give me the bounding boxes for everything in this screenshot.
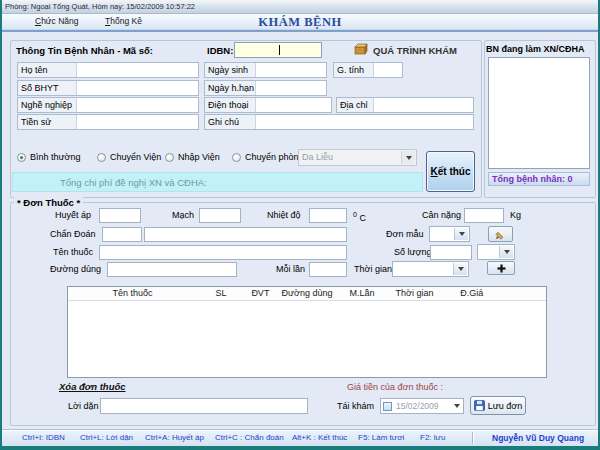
exam-history-icon[interactable] [354,43,368,56]
prescription-price-label: Giá tiền của đơn thuốc : [347,382,443,392]
dien-thoai-input[interactable] [255,98,331,112]
delete-prescription-link[interactable]: Xóa đơn thuốc [59,381,126,392]
window-titlebar[interactable]: Phòng: Ngoại Tổng Quát, Hôm nay: 15/02/2… [2,0,598,14]
window-title: Phòng: Ngoại Tổng Quát, Hôm nay: 15/02/2… [2,2,195,11]
col-ten-thuoc: Tên thuốc [68,287,197,300]
ho-ten-input[interactable] [76,63,198,77]
radio-chuyen-vien-label: Chuyển Viện [110,152,161,163]
don-mau-label: Đơn mẫu [386,229,423,240]
finish-button-label: Kết thúc [430,166,470,177]
chevron-down-icon [458,267,464,271]
radio-nhap-vien[interactable] [165,153,174,162]
moi-lan-input[interactable] [309,262,347,277]
cost-banner: Tổng chi phí đề nghị XN và CĐHA: [12,172,423,192]
ngay-sinh-input[interactable] [255,63,326,77]
gioi-tinh-label: G. tính [334,63,373,77]
statusbar-user: Nguyễn Vũ Duy Quang [492,433,584,443]
radio-chuyen-vien[interactable] [97,153,106,162]
shortcut-loi-dan: Ctrl+L: Lời dặn [80,433,133,442]
loi-dan-input[interactable] [100,398,308,414]
don-mau-select-arrow[interactable] [454,228,468,240]
chan-doan-input[interactable] [144,227,347,242]
field-tien-su: Tiền sử [17,114,199,130]
shortcut-luu: F2: lưu [420,433,445,442]
shortcut-ket-thuc: Alt+K : Kết thúc [292,433,347,442]
don-mau-select[interactable] [429,226,470,242]
tien-su-input[interactable] [76,115,198,129]
dien-thoai-label: Điện thoại [205,98,255,112]
room-select-arrow[interactable] [401,151,415,164]
col-sl: SL [197,287,245,300]
radio-binh-thuong-label: Bình thường [30,152,80,163]
status-bar: Ctrl+I: IDBN Ctrl+L: Lời dặn Ctrl+A: Huy… [2,429,598,446]
unit-select[interactable] [477,244,515,260]
shortcut-chan-doan: Ctrl+C : Chẩn đoán [215,433,284,442]
tai-kham-label: Tái khám [337,401,374,412]
nghe-nghiep-input[interactable] [76,98,198,112]
thoi-gian-select[interactable] [392,261,469,277]
ngay-han-label: Ngày h.hạn [205,81,255,95]
patient-section-title: Thông Tin Bệnh Nhân - Mã số: [16,45,153,56]
field-ngay-han: Ngày h.hạn [204,80,327,96]
pencil-icon [495,229,506,240]
ghi-chu-input[interactable] [255,115,473,129]
add-drug-button[interactable] [487,261,515,275]
chan-doan-label: Chẩn Đoán [50,229,96,240]
chan-doan-code-input[interactable] [102,227,142,242]
drug-table-body [68,301,546,379]
chevron-down-icon[interactable] [454,404,460,408]
template-edit-button[interactable] [488,226,513,242]
ten-thuoc-input[interactable] [99,245,347,260]
finish-button[interactable]: Kết thúc [426,151,475,192]
so-bhyt-input[interactable] [76,81,198,95]
field-gioi-tinh: G. tính [333,62,403,78]
save-icon [474,400,485,411]
nhiet-do-label: Nhiệt độ [267,210,301,221]
ngay-han-input[interactable] [255,81,326,95]
save-prescription-button[interactable]: Lưu đơn [470,396,526,415]
page-title: KHÁM BỆNH [2,15,598,30]
col-m-lan: M.Lần [338,287,386,300]
mach-label: Mạch [172,210,194,221]
radio-binh-thuong[interactable] [17,153,26,162]
dia-chi-input[interactable] [373,98,473,112]
room-select-value: Da Liễu [302,152,333,162]
radio-chuyen-phong[interactable] [232,153,241,162]
idbn-input[interactable] [234,42,322,58]
nhiet-do-input[interactable] [309,208,347,223]
thoi-gian-select-arrow[interactable] [453,263,467,275]
moi-lan-label: Mỗi lần [276,264,305,275]
idbn-label: IDBN: [207,45,233,56]
room-select[interactable]: Da Liễu [298,149,417,166]
save-button-label: Lưu đơn [488,401,522,411]
field-dia-chi: Địa chỉ [336,97,474,113]
thoi-gian-label: Thời gian [354,264,392,275]
duong-dung-input[interactable] [107,262,237,277]
gioi-tinh-input[interactable] [373,63,402,77]
ngay-sinh-label: Ngày sinh [205,63,255,77]
exam-history-button[interactable]: QUÁ TRÌNH KHÁM [373,45,457,56]
col-d-gia: Đ.Giá [443,287,500,300]
can-nang-label: Cân nặng [422,210,461,221]
menu-thong-ke[interactable]: Thống Kê [105,16,142,26]
tai-kham-date: 15/02/2009 [396,401,439,411]
so-luong-input[interactable] [430,245,472,260]
so-bhyt-label: Số BHYT [18,81,76,95]
shortcut-huyet-ap: Ctrl+A: Huyết áp [145,433,204,442]
lab-patient-listbox[interactable] [488,57,590,169]
unit-select-arrow[interactable] [499,246,513,258]
mach-input[interactable] [199,208,241,223]
lab-panel-title: BN đang làm XN/CĐHA [486,44,585,55]
text-caret [279,45,280,55]
can-nang-input[interactable] [464,208,504,223]
duong-dung-label: Đường dùng [50,264,101,275]
field-ghi-chu: Ghi chú [204,114,474,130]
tai-kham-datepicker[interactable]: 15/02/2009 [380,398,464,414]
menu-bar: KHÁM BỆNH Chức Năng Thống Kê [2,14,598,32]
menu-chuc-nang[interactable]: Chức Năng [35,16,79,26]
drug-table[interactable]: Tên thuốc SL ĐVT Đường dùng M.Lần Thời g… [67,286,547,378]
field-ho-ten: Họ tên [17,62,199,78]
huyet-ap-input[interactable] [99,208,141,223]
recheck-checkbox-icon[interactable] [383,402,392,411]
col-thoi-gian: Thời gian [386,287,443,300]
